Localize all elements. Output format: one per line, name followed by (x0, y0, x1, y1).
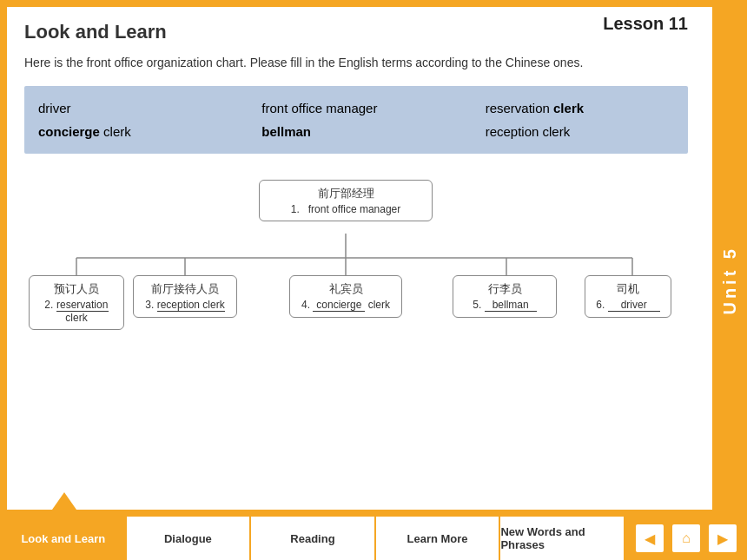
child3-english: 4. concierge clerk (297, 299, 394, 312)
triangle-decoration (52, 492, 76, 510)
tab-reading[interactable]: Reading (251, 517, 376, 560)
child-box-1: 预订人员 2. reservation clerk (29, 275, 124, 330)
root-english: 1. front office manager (267, 203, 425, 215)
frame-top (0, 0, 712, 7)
prev-icon: ◀ (645, 530, 655, 547)
home-button[interactable]: ⌂ (671, 523, 702, 554)
child4-chinese: 行李员 (460, 281, 549, 297)
tab-dialogue[interactable]: Dialogue (127, 517, 252, 560)
unit-tab: Unit 5 (712, 0, 747, 560)
tab-learn-more[interactable]: Learn More (376, 517, 501, 560)
child2-english: 3. reception clerk (141, 299, 229, 312)
vocab-item-driver: driver (38, 96, 227, 120)
unit-label: Unit 5 (720, 246, 740, 315)
home-icon: ⌂ (682, 530, 691, 546)
child-box-5: 司机 6. driver (585, 275, 671, 318)
nav-controls: ◀ ⌂ ▶ (625, 517, 747, 560)
vocab-box: driver front office manager reservation … (24, 86, 688, 154)
vocab-item-bellman: bellman (261, 120, 450, 143)
vocab-row-2: concierge clerk bellman reception clerk (38, 120, 674, 143)
main-content: Look and Learn Here is the front office … (7, 7, 705, 510)
tab-look-and-learn[interactable]: Look and Learn (0, 517, 127, 560)
org-chart: 前厅部经理 1. front office manager 预订人员 2. re… (24, 171, 688, 414)
vocab-row-1: driver front office manager reservation … (38, 96, 674, 120)
vocab-item-rec-clerk: reception clerk (486, 120, 674, 143)
root-chinese: 前厅部经理 (267, 186, 425, 201)
child5-chinese: 司机 (592, 281, 664, 297)
bottom-nav: Look and Learn Dialogue Reading Learn Mo… (0, 517, 747, 560)
child4-english: 5. bellman (460, 299, 549, 312)
lesson-number: Lesson 11 (603, 14, 688, 33)
frame-left (0, 7, 7, 510)
child-box-2: 前厅接待人员 3. reception clerk (133, 275, 237, 318)
child-box-4: 行李员 5. bellman (453, 275, 557, 318)
frame-bottom (0, 510, 712, 517)
vocab-item-res-clerk: reservation clerk (486, 96, 674, 120)
child1-chinese: 预订人员 (36, 281, 116, 297)
tab-new-words[interactable]: New Words and Phrases (500, 517, 625, 560)
child1-english: 2. reservation clerk (36, 299, 116, 324)
next-icon: ▶ (717, 530, 728, 547)
child2-chinese: 前厅接待人员 (141, 281, 229, 297)
child3-chinese: 礼宾员 (297, 281, 394, 297)
nav-tabs: Look and Learn Dialogue Reading Learn Mo… (0, 517, 625, 560)
vocab-item-concierge: concierge clerk (38, 120, 227, 143)
org-root-box: 前厅部经理 1. front office manager (259, 180, 433, 221)
prev-button[interactable]: ◀ (634, 523, 665, 554)
lesson-label: Lesson 11 (589, 7, 705, 41)
description: Here is the front office organization ch… (24, 54, 688, 72)
vocab-item-fom: front office manager (261, 96, 450, 120)
child5-english: 6. driver (592, 299, 664, 312)
child-box-3: 礼宾员 4. concierge clerk (289, 275, 402, 318)
next-button[interactable]: ▶ (707, 523, 738, 554)
